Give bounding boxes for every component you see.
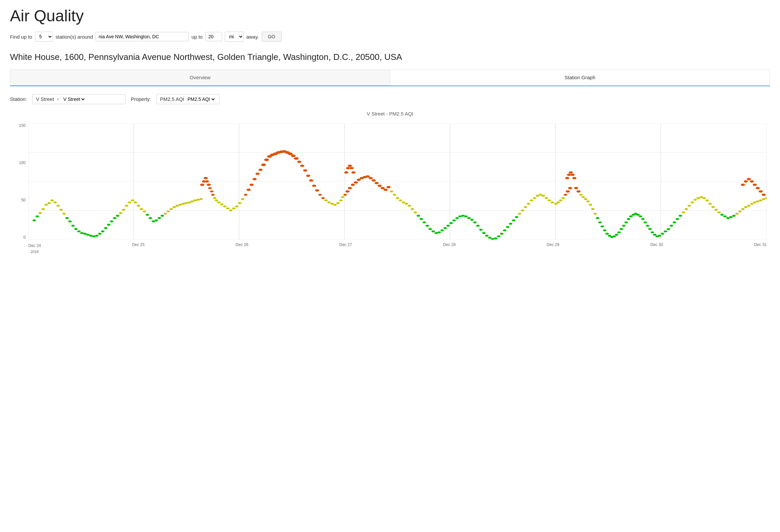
svg-point-216 [586, 200, 590, 202]
svg-point-253 [678, 215, 682, 217]
svg-point-134 [375, 182, 379, 184]
svg-point-161 [440, 229, 444, 231]
station-value: V Street [36, 96, 54, 102]
svg-point-83 [226, 207, 230, 209]
svg-point-170 [467, 217, 471, 219]
svg-point-259 [696, 197, 700, 199]
svg-point-45 [128, 201, 132, 203]
svg-point-87 [238, 202, 242, 204]
address-input[interactable] [96, 32, 189, 41]
svg-point-19 [50, 199, 54, 201]
distance-input[interactable] [205, 32, 222, 41]
svg-point-163 [446, 225, 450, 227]
svg-point-273 [738, 210, 742, 212]
svg-point-47 [134, 201, 138, 203]
svg-point-52 [148, 217, 152, 219]
svg-point-65 [187, 201, 191, 203]
unit-select[interactable]: mi km [225, 32, 244, 42]
svg-point-169 [464, 215, 468, 217]
svg-point-172 [473, 222, 477, 224]
svg-point-244 [653, 234, 656, 236]
svg-point-17 [44, 204, 48, 206]
svg-point-149 [404, 203, 408, 205]
svg-point-188 [521, 209, 524, 211]
svg-point-62 [179, 204, 182, 206]
station-dropdown[interactable]: V Street [62, 96, 86, 102]
svg-point-107 [297, 160, 302, 163]
svg-point-14 [35, 215, 39, 217]
svg-point-109 [303, 169, 307, 172]
svg-point-268 [723, 215, 727, 217]
svg-point-43 [122, 209, 126, 211]
go-button[interactable]: GO [262, 32, 282, 42]
svg-point-206 [565, 177, 570, 179]
svg-point-219 [593, 213, 597, 215]
svg-point-72 [204, 177, 208, 179]
svg-point-284 [747, 178, 751, 180]
svg-point-286 [753, 184, 757, 186]
station-count-select[interactable]: 5 3 10 [35, 32, 53, 42]
svg-point-193 [536, 195, 539, 197]
svg-point-143 [351, 171, 355, 174]
svg-point-201 [559, 199, 563, 201]
x-tick-dec24: Dec 242018 [28, 243, 41, 254]
svg-point-154 [420, 218, 423, 220]
x-tick-dec25: Dec 25 [132, 242, 144, 247]
property-value: PM2.5 AQI [160, 96, 185, 102]
svg-point-146 [396, 197, 399, 199]
svg-point-164 [449, 222, 453, 224]
svg-point-74 [207, 184, 211, 186]
svg-point-76 [210, 190, 214, 192]
tab-station-graph[interactable]: Station Graph [390, 69, 770, 86]
tabs-container: Overview Station Graph [10, 69, 770, 86]
svg-point-112 [312, 184, 316, 187]
station-clear-button[interactable]: × [57, 97, 59, 102]
svg-point-24 [65, 217, 69, 219]
svg-point-179 [494, 237, 498, 239]
svg-point-75 [208, 187, 212, 189]
y-tick-150: 150 [19, 123, 26, 128]
svg-point-119 [333, 204, 337, 206]
svg-point-276 [747, 205, 751, 207]
svg-point-250 [670, 225, 673, 227]
svg-point-118 [330, 203, 334, 205]
svg-point-132 [369, 177, 373, 179]
svg-point-37 [104, 227, 107, 229]
station-controls: Station: V Street × V Street Property: P… [10, 94, 770, 104]
y-tick-100: 100 [19, 160, 26, 165]
property-select-wrapper[interactable]: PM2.5 AQI PM2.5 AQI PM10 AQI O3 AQI [156, 94, 220, 104]
svg-point-42 [119, 212, 123, 214]
svg-point-21 [56, 205, 60, 207]
svg-point-93 [255, 173, 260, 175]
svg-point-105 [291, 154, 296, 157]
svg-point-127 [354, 181, 358, 184]
x-tick-dec27: Dec 27 [339, 242, 352, 247]
svg-point-48 [137, 205, 141, 207]
svg-point-194 [539, 194, 542, 196]
svg-point-162 [443, 227, 447, 229]
svg-point-81 [220, 203, 224, 205]
svg-point-41 [116, 215, 119, 217]
svg-point-173 [476, 225, 480, 227]
svg-point-251 [673, 222, 676, 224]
svg-point-86 [235, 205, 239, 207]
svg-point-279 [756, 200, 760, 202]
y-tick-0: 0 [23, 235, 26, 240]
tab-overview[interactable]: Overview [10, 69, 390, 86]
svg-point-31 [86, 234, 90, 236]
svg-point-135 [378, 184, 382, 187]
svg-point-144 [390, 190, 393, 192]
svg-point-155 [423, 222, 426, 224]
station-label: Station: [10, 96, 27, 102]
property-dropdown[interactable]: PM2.5 AQI PM10 AQI O3 AQI [186, 96, 216, 102]
svg-point-91 [250, 184, 254, 186]
svg-point-133 [372, 179, 376, 182]
page-title: Air Quality [10, 7, 770, 25]
svg-point-204 [566, 190, 570, 192]
station-select-wrapper[interactable]: V Street × V Street [32, 94, 126, 104]
svg-point-95 [261, 163, 266, 166]
svg-point-82 [223, 205, 227, 207]
svg-point-89 [244, 194, 248, 196]
svg-point-237 [636, 214, 640, 216]
svg-point-66 [190, 200, 194, 202]
